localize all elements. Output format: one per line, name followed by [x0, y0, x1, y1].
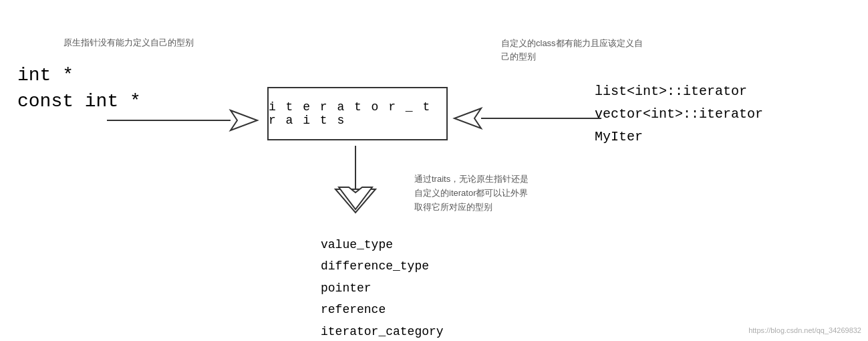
bottom-annotation: 通过traits，无论原生指针还是 自定义的iterator都可以让外界 取得它…	[414, 173, 529, 214]
bottom-code-line4: reference	[321, 299, 444, 320]
right-code-line1: list<int>::iterator	[595, 80, 763, 103]
arrow-left-to-box	[107, 107, 261, 137]
watermark: https://blog.csdn.net/qq_34269832	[748, 326, 861, 334]
bottom-code-line5: iterator_category	[321, 321, 444, 341]
bottom-code-line3: pointer	[321, 277, 444, 299]
right-code: list<int>::iterator vector<int>::iterato…	[595, 80, 763, 148]
iterator-traits-box: i t e r a t o r _ t r a i t s	[267, 87, 448, 140]
svg-marker-3	[454, 108, 481, 128]
arrow-right-to-box	[454, 105, 601, 135]
bottom-code: value_type difference_type pointer refer…	[321, 234, 444, 341]
arrow-down-from-box	[329, 146, 382, 216]
bottom-code-line1: value_type	[321, 234, 444, 255]
left-annotation: 原生指针没有能力定义自己的型别	[63, 37, 194, 49]
main-canvas: 原生指针没有能力定义自己的型别 int * const int * i t e …	[0, 0, 868, 341]
svg-marker-1	[231, 110, 257, 130]
right-code-line3: MyIter	[595, 126, 763, 148]
left-code-line1: int *	[17, 62, 141, 88]
bottom-code-line2: difference_type	[321, 255, 444, 277]
center-box-label: i t e r a t o r _ t r a i t s	[269, 100, 446, 127]
right-code-line2: vector<int>::iterator	[595, 103, 763, 126]
right-annotation: 自定义的class都有能力且应该定义自 己的型别	[501, 37, 643, 63]
